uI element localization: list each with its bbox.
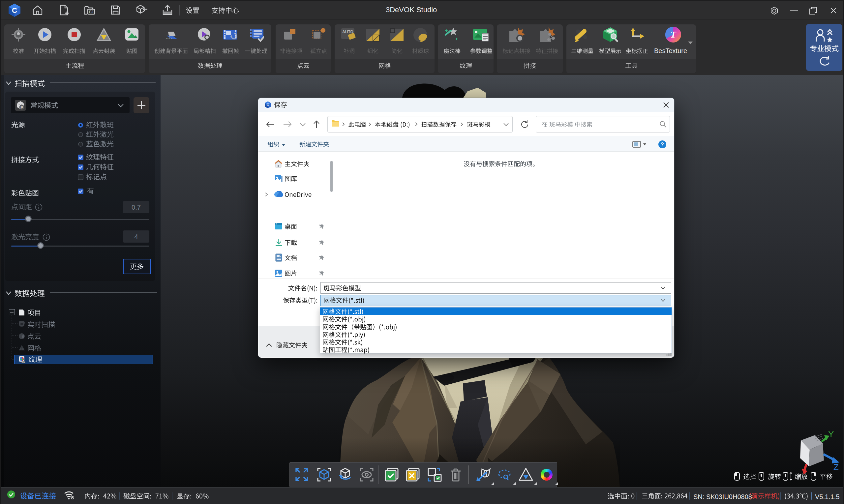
svg-text:P: P	[20, 106, 23, 109]
svg-text:C: C	[266, 103, 269, 107]
svg-text:T: T	[670, 29, 677, 39]
svg-text:PJ: PJ	[89, 10, 93, 14]
svg-text:Z: Z	[833, 462, 839, 472]
svg-text:Y: Y	[828, 431, 834, 439]
svg-text:?: ?	[661, 142, 664, 147]
svg-text:C: C	[12, 6, 17, 15]
